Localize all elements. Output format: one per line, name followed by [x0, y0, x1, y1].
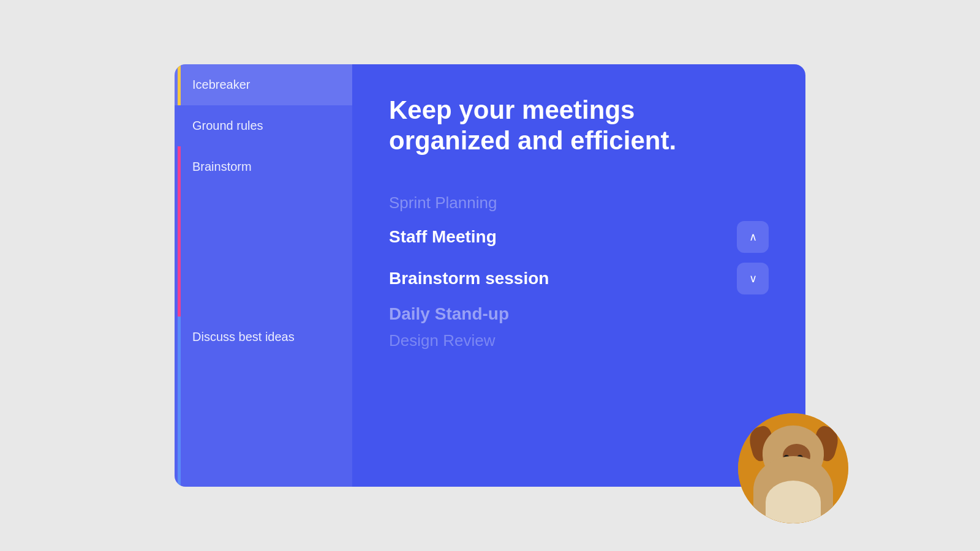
- sidebar-label-discuss: Discuss best ideas: [192, 330, 295, 344]
- sidebar: Icebreaker Ground rules Brainstorm Discu…: [175, 64, 352, 487]
- content-area: Keep your meetings organized and efficie…: [352, 64, 805, 487]
- sidebar-label-brainstorm: Brainstorm: [192, 160, 252, 174]
- meeting-item-daily-standup: Daily Stand-up: [389, 299, 769, 329]
- avatar: [738, 413, 848, 523]
- sidebar-item-discuss-best-ideas[interactable]: Discuss best ideas: [175, 317, 352, 487]
- sidebar-item-brainstorm[interactable]: Brainstorm: [175, 146, 352, 317]
- chevron-up-button[interactable]: ∧: [737, 221, 769, 253]
- meeting-item-brainstorm-session: Brainstorm session ∨: [389, 258, 769, 299]
- sprint-planning-label: Sprint Planning: [389, 193, 769, 212]
- accent-bar-discuss: [178, 317, 181, 487]
- dog-body: [753, 456, 833, 523]
- accent-bar-ground-rules: [178, 105, 181, 146]
- sidebar-item-ground-rules[interactable]: Ground rules: [175, 105, 352, 146]
- daily-standup-title: Daily Stand-up: [389, 304, 509, 324]
- chevron-down-button[interactable]: ∨: [737, 263, 769, 294]
- meeting-item-staff-meeting: Staff Meeting ∧: [389, 216, 769, 258]
- sidebar-label-ground-rules: Ground rules: [192, 119, 263, 133]
- accent-bar-icebreaker: [178, 64, 181, 105]
- dog-chest: [766, 481, 821, 523]
- design-review-label: Design Review: [389, 331, 769, 350]
- meeting-list: Sprint Planning Staff Meeting ∧ Brainsto…: [389, 193, 769, 350]
- dog-image: [738, 413, 848, 523]
- brainstorm-session-title: Brainstorm session: [389, 269, 549, 288]
- main-card: Icebreaker Ground rules Brainstorm Discu…: [175, 64, 805, 487]
- chevron-up-icon: ∧: [749, 230, 757, 244]
- accent-bar-brainstorm: [178, 146, 181, 317]
- sidebar-label-icebreaker: Icebreaker: [192, 78, 251, 92]
- sidebar-item-icebreaker[interactable]: Icebreaker: [175, 64, 352, 105]
- headline: Keep your meetings organized and efficie…: [389, 95, 683, 157]
- chevron-down-icon: ∨: [749, 272, 757, 285]
- staff-meeting-title: Staff Meeting: [389, 227, 497, 247]
